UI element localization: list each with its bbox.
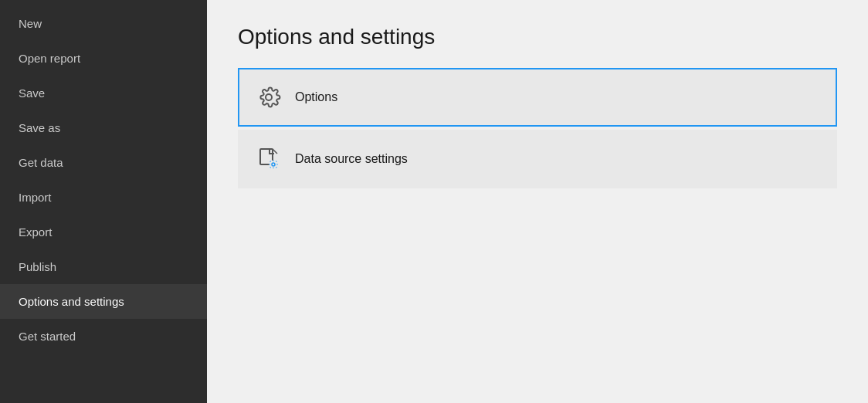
sidebar: New Open report Save Save as Get data Im… [0, 0, 207, 403]
data-source-settings-label: Data source settings [295, 152, 408, 166]
main-content: Options and settings Options [207, 0, 868, 403]
options-list: Options Data source settings [238, 68, 837, 191]
sidebar-item-publish[interactable]: Publish [0, 249, 207, 284]
page-title: Options and settings [238, 25, 837, 49]
sidebar-item-save[interactable]: Save [0, 76, 207, 110]
sidebar-item-options-and-settings[interactable]: Options and settings [0, 284, 207, 319]
options-label: Options [295, 90, 337, 104]
sidebar-item-import[interactable]: Import [0, 180, 207, 215]
options-card[interactable]: Options [238, 68, 837, 127]
gear-icon [255, 83, 283, 111]
data-source-icon [255, 145, 283, 173]
sidebar-item-get-data[interactable]: Get data [0, 145, 207, 180]
sidebar-item-get-started[interactable]: Get started [0, 319, 207, 354]
data-source-settings-card[interactable]: Data source settings [238, 130, 837, 188]
sidebar-item-export[interactable]: Export [0, 215, 207, 249]
sidebar-item-save-as[interactable]: Save as [0, 110, 207, 145]
sidebar-item-new[interactable]: New [0, 6, 207, 41]
sidebar-item-open-report[interactable]: Open report [0, 41, 207, 76]
